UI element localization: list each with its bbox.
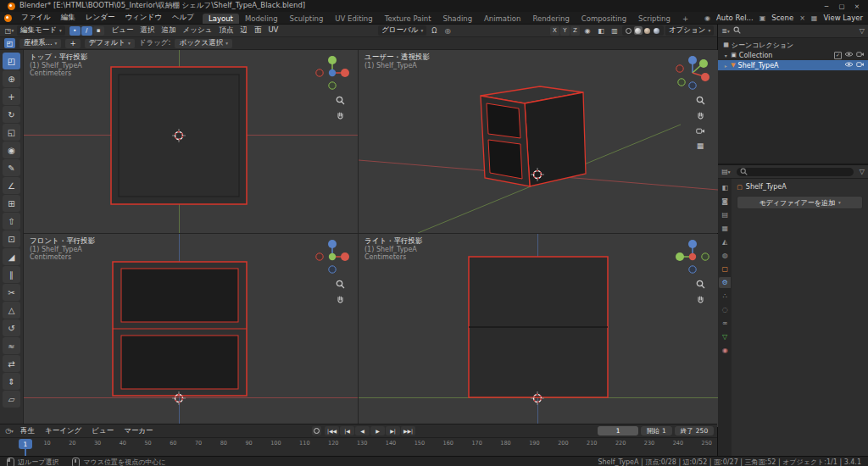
timeline-editor-icon[interactable]: ◷▾ xyxy=(3,426,15,436)
viewport-menu-item[interactable]: 面 xyxy=(251,25,265,36)
mirror-x-button[interactable]: X xyxy=(550,26,559,36)
topbar-menu-item[interactable]: ウィンドウ xyxy=(120,13,167,23)
tool-edge-slide[interactable]: ⇄ xyxy=(3,355,20,372)
camera-view-icon[interactable] xyxy=(693,125,707,136)
jump-to-end-button[interactable]: ▶▶| xyxy=(401,426,415,435)
viewport-menu-item[interactable]: 頂点 xyxy=(215,25,236,36)
timeline-ruler[interactable]: 1102030405060708090100110120130140150160… xyxy=(0,437,717,456)
outliner-search-icon[interactable] xyxy=(733,26,741,36)
playhead-line[interactable] xyxy=(25,448,26,456)
playhead-badge[interactable]: 1 xyxy=(19,439,32,449)
shading-material-button[interactable] xyxy=(643,26,652,35)
mode-dropdown[interactable]: 編集モード▾ xyxy=(17,25,65,36)
tab-tool[interactable]: ◧ xyxy=(719,182,731,193)
preset-dropdown[interactable]: デフォルト▾ xyxy=(85,39,135,48)
tab-object[interactable]: ▢ xyxy=(719,264,731,275)
edge-select-button[interactable]: ∕ xyxy=(81,26,92,36)
tab-view-layer[interactable]: ▦ xyxy=(719,223,731,234)
workspace-tab[interactable]: UV Editing xyxy=(329,14,378,24)
viewport-top[interactable]: トップ・平行投影 (1) Shelf_TypeA Centimeters xyxy=(24,50,358,233)
maximize-button[interactable]: ▢ xyxy=(834,3,849,10)
outliner-filter-icon[interactable]: ▽ xyxy=(860,27,865,35)
workspace-tab[interactable]: Texture Paint xyxy=(379,14,437,24)
tool-annotate[interactable]: ✎ xyxy=(3,159,20,176)
tool-extrude[interactable]: ⇧ xyxy=(3,213,20,230)
tab-material[interactable]: ◉ xyxy=(719,345,731,356)
tool-add-cube[interactable]: ⊞ xyxy=(3,195,20,212)
options-dropdown[interactable]: オプション▾ xyxy=(665,25,714,36)
minimize-button[interactable]: ─ xyxy=(819,3,834,10)
tab-particles[interactable]: ∴ xyxy=(719,291,731,302)
tool-shrink-fatten[interactable]: ⇕ xyxy=(3,373,20,390)
workspace-tab[interactable]: Shading xyxy=(437,14,479,24)
breadcrumb-object-name[interactable]: Shelf_TypeA xyxy=(746,183,787,191)
viewport-menu-item[interactable]: 辺 xyxy=(236,25,251,36)
object-render-icon[interactable] xyxy=(856,61,865,69)
tab-modifiers[interactable]: ⚙ xyxy=(719,277,731,288)
play-reverse-button[interactable]: ◀ xyxy=(355,426,370,435)
view-layer-selector[interactable]: View Layer xyxy=(823,14,863,22)
shelf-object[interactable] xyxy=(359,50,718,233)
timeline-menu-item[interactable]: マーカー xyxy=(119,426,158,436)
collection-checkbox[interactable]: ✓ xyxy=(834,52,842,59)
jump-to-start-button[interactable]: |◀◀ xyxy=(325,426,339,435)
outliner-row-collection[interactable]: ▾ ▣ Collection ✓ xyxy=(718,50,868,60)
workspace-tab[interactable]: Modeling xyxy=(239,14,284,24)
nav-gizmo[interactable] xyxy=(314,238,351,275)
tool-measure[interactable]: ∠ xyxy=(3,177,20,194)
tool-rotate[interactable]: ↻ xyxy=(3,106,20,123)
scene-selector[interactable]: Scene xyxy=(771,14,793,22)
xray-toggle-icon[interactable]: ▥ xyxy=(609,25,620,36)
ortho-toggle-icon[interactable]: ▦ xyxy=(693,140,707,152)
viewport-menu-item[interactable]: UV xyxy=(264,25,281,36)
vertex-select-button[interactable]: ∙ xyxy=(70,26,81,36)
prev-keyframe-button[interactable]: |◀ xyxy=(340,426,354,435)
tab-output[interactable]: ▤ xyxy=(719,209,731,220)
shading-solid-button[interactable] xyxy=(634,26,643,35)
tab-render[interactable]: ◙ xyxy=(719,196,731,207)
tool-knife[interactable]: ✂ xyxy=(3,284,20,301)
zoom-icon[interactable] xyxy=(333,278,347,290)
topbar-menu-item[interactable]: 編集 xyxy=(56,13,81,23)
timeline-menu-item[interactable]: ビュー xyxy=(86,426,119,436)
gizmo-toggle-icon[interactable]: ◉ xyxy=(581,25,593,36)
workspace-tab[interactable]: Rendering xyxy=(526,14,575,24)
shading-rendered-button[interactable] xyxy=(653,26,661,35)
tool-inset[interactable]: ⊡ xyxy=(3,230,20,247)
timeline-menu-item[interactable]: 再生 xyxy=(15,426,40,436)
workspace-tab[interactable]: Layout xyxy=(203,14,239,24)
properties-search-input[interactable] xyxy=(737,168,854,176)
viewport-user[interactable]: ユーザー・透視投影 (1) Shelf_TypeA xyxy=(359,50,718,233)
tab-world[interactable]: ◍ xyxy=(719,250,731,261)
properties-filter-icon[interactable]: ▽ xyxy=(860,168,865,175)
outliner-row-scene-collection[interactable]: ▦ シーンコレクション xyxy=(718,40,868,50)
active-tool-icon[interactable]: ◰ xyxy=(4,38,15,48)
pan-hand-icon[interactable] xyxy=(693,109,707,121)
overlays-toggle-icon[interactable]: ◧ xyxy=(595,25,607,36)
topbar-menu-item[interactable]: ヘルプ xyxy=(167,13,199,23)
zoom-icon[interactable] xyxy=(693,94,707,106)
tab-constraints[interactable]: ∞ xyxy=(719,318,731,329)
object-expand-icon[interactable]: ▸ xyxy=(723,63,728,69)
drag-mode-dropdown[interactable]: ボックス選択▾ xyxy=(175,39,232,48)
mirror-z-button[interactable]: Z xyxy=(570,26,580,36)
timeline-menu-item[interactable]: キーイング xyxy=(40,426,86,436)
next-keyframe-button[interactable]: ▶| xyxy=(386,426,400,435)
tool-select-box[interactable]: ◰ xyxy=(3,53,20,69)
outliner-editor-icon[interactable]: ≣▾ xyxy=(721,27,729,35)
frame-end-field[interactable]: 終了250 xyxy=(675,426,714,435)
preset-add-button[interactable]: + xyxy=(65,39,80,48)
topbar-menu-item[interactable]: ファイル xyxy=(16,13,56,23)
viewport-menu-item[interactable]: 選択 xyxy=(137,25,159,36)
tool-poly-build[interactable]: △ xyxy=(3,302,20,319)
tool-bevel[interactable]: ◢ xyxy=(3,248,20,265)
topbar-menu-item[interactable]: レンダー xyxy=(81,13,120,23)
outliner-row-object[interactable]: ▸ ▼ Shelf_TypeA xyxy=(718,60,868,70)
unlink-scene-icon[interactable]: × xyxy=(799,14,805,22)
proportional-edit-icon[interactable]: ◎ xyxy=(442,25,453,36)
shading-wireframe-button[interactable] xyxy=(625,26,633,35)
editor-type-icon[interactable]: ◳▾ xyxy=(3,25,15,36)
tool-smooth[interactable]: ≈ xyxy=(3,337,20,354)
workspace-tab[interactable]: Scripting xyxy=(632,14,676,24)
frame-start-field[interactable]: 開始1 xyxy=(641,426,672,435)
